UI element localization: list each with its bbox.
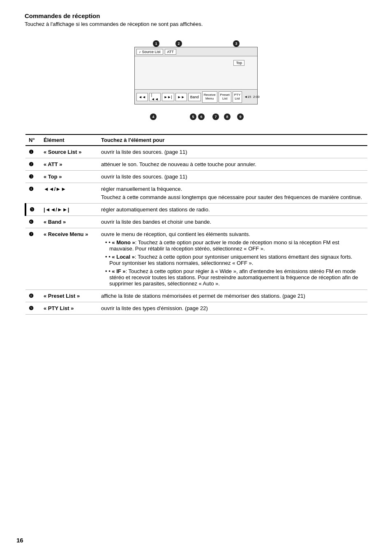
callout-1: 1 [153, 40, 159, 47]
section-title: Commandes de réception [25, 12, 367, 19]
ui-diagram: ♪ Source List ATT Top ◄◄ |◄◄ ►►| ►► Band… [122, 35, 270, 125]
row-desc: ouvre le menu de réception, qui contient… [98, 228, 367, 290]
callout-9: 9 [237, 114, 244, 120]
callout-7: 7 [212, 114, 219, 120]
row-num: ❹ [25, 183, 40, 204]
row-num: ❺ [25, 204, 40, 216]
row-elem: « Source List » [40, 146, 98, 158]
page-number: 16 [16, 537, 23, 544]
row-desc: régler manuellement la fréquence.Touchez… [98, 183, 367, 204]
row-num: ❼ [25, 228, 40, 290]
desc-bullet: • • « Local »: Touchez à cette option po… [105, 254, 364, 266]
row-desc: affiche la liste de stations mémorisées … [98, 290, 367, 302]
callout-6: 6 [198, 114, 205, 120]
row-num: ❸ [25, 171, 40, 183]
row-num: ❷ [25, 158, 40, 171]
table-row: ❹◄◄/►►régler manuellement la fréquence.T… [25, 183, 367, 204]
row-desc: ouvrir la liste des bandes et choisir un… [98, 216, 367, 228]
music-icon-diagram: ♪ [139, 50, 141, 54]
table-row: ❼« Receive Menu »ouvre le menu de récept… [25, 228, 367, 290]
band-btn-diagram: Band [188, 93, 201, 101]
table-row: ❷« ATT »atténuer le son. Touchez de nouv… [25, 158, 367, 171]
section-subtitle: Touchez à l'affichage si les commandes d… [25, 21, 367, 27]
next-btn-diagram: ►►| [162, 93, 174, 101]
top-button-diagram: Top [233, 60, 244, 66]
table-row: ❻« Band »ouvrir la liste des bandes et c… [25, 216, 367, 228]
table-header-row: N° Élément Touchez à l'élément pour [25, 134, 367, 146]
row-elem: ◄◄/►► [40, 183, 98, 204]
table-row: ❺|◄◄/►►|régler automatiquement des stati… [25, 204, 367, 216]
row-desc: ouvrir la liste des sources. (page 11) [98, 171, 367, 183]
desc-bullet: • • « IF »: Touchez à cette option pour … [105, 268, 364, 287]
commands-table: N° Élément Touchez à l'élément pour ❶« S… [25, 134, 367, 315]
row-elem: « Top » [40, 171, 98, 183]
pty-list-btn-diagram: PTY List [233, 91, 242, 103]
ui-panel: ♪ Source List ATT Top ◄◄ |◄◄ ►►| ►► Band… [134, 47, 258, 104]
callout-2: 2 [175, 40, 182, 47]
att-button-diagram: ATT [165, 49, 176, 55]
col-num-header: N° [25, 134, 40, 146]
preset-list-btn-diagram: Preset List [219, 91, 231, 103]
desc-part: Touchez à cette commande aussi longtemps… [101, 194, 364, 200]
prev-btn-diagram: |◄◄ [149, 93, 161, 101]
row-desc: régler automatiquement des stations de r… [98, 204, 367, 216]
desc-main: ouvre le menu de réception, qui contient… [101, 231, 364, 237]
row-elem: « Receive Menu » [40, 228, 98, 290]
row-desc: ouvrir la liste des types d'émission. (p… [98, 302, 367, 315]
panel-top-bar: ♪ Source List ATT [135, 47, 257, 56]
row-num: ❽ [25, 290, 40, 302]
row-desc: ouvrir la liste des sources. (page 11) [98, 146, 367, 158]
source-list-button-diagram: ♪ Source List [136, 49, 163, 55]
callout-4: 4 [150, 114, 157, 120]
callout-8: 8 [224, 114, 231, 120]
row-elem: |◄◄/►►| [40, 204, 98, 216]
callout-5: 5 [190, 114, 196, 120]
row-elem: « PTY List » [40, 302, 98, 315]
diagram-container: ♪ Source List ATT Top ◄◄ |◄◄ ►►| ►► Band… [25, 35, 367, 125]
receive-menu-btn-diagram: Receive Menu [202, 91, 217, 103]
desc-part: régler manuellement la fréquence. [101, 186, 364, 192]
col-touch-header: Touchez à l'élément pour [98, 134, 367, 146]
row-elem: « Band » [40, 216, 98, 228]
row-elem: « ATT » [40, 158, 98, 171]
col-elem-header: Élément [40, 134, 98, 146]
table-row: ❶« Source List »ouvrir la liste des sour… [25, 146, 367, 158]
callout-3: 3 [233, 40, 240, 47]
panel-bottom-bar: ◄◄ |◄◄ ►►| ►► Band Receive Menu Preset L… [135, 89, 257, 104]
table-row: ❾« PTY List »ouvrir la liste des types d… [25, 302, 367, 315]
source-list-label-diagram: Source List [142, 50, 161, 54]
table-row: ❽« Preset List »affiche la liste de stat… [25, 290, 367, 302]
desc-bullet: • • « Mono »: Touchez à cette option pou… [105, 239, 364, 252]
row-num: ❻ [25, 216, 40, 228]
prev-prev-btn-diagram: ◄◄ [136, 93, 148, 101]
row-num: ❶ [25, 146, 40, 158]
time-label-diagram: 2:00 [253, 95, 260, 99]
row-num: ❾ [25, 302, 40, 315]
next-next-btn-diagram: ►► [175, 93, 187, 101]
table-row: ❸« Top »ouvrir la liste des sources. (pa… [25, 171, 367, 183]
freq-label-diagram: ◄15 [244, 95, 251, 99]
row-elem: « Preset List » [40, 290, 98, 302]
row-desc: atténuer le son. Touchez de nouveau à ce… [98, 158, 367, 171]
